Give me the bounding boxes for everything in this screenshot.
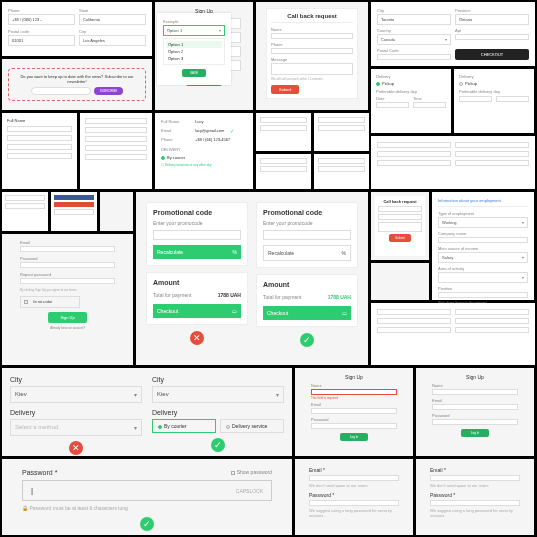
check-icon: ✓ — [230, 128, 234, 134]
newsletter-card: Do you want to keep up to date with the … — [2, 59, 152, 110]
mini-card-1 — [256, 113, 311, 151]
select-card: Example Option 1▾ Option 1 Option 2 Opti… — [157, 13, 231, 85]
eh-pw-2[interactable] — [430, 500, 520, 506]
select-box[interactable]: Option 1▾ — [163, 25, 225, 36]
error-icon-2: ✕ — [69, 441, 83, 455]
postal-in[interactable] — [377, 54, 451, 60]
emp-pos[interactable] — [438, 292, 528, 298]
country-sel[interactable]: Canada▾ — [377, 34, 451, 45]
apt-in[interactable] — [455, 34, 529, 40]
cb-name-input[interactable] — [271, 33, 353, 39]
promo-input-1[interactable] — [153, 230, 241, 240]
courier-option[interactable]: By courier — [152, 419, 216, 433]
wide-form — [371, 136, 535, 189]
mini-form — [80, 113, 152, 189]
tiny-card-1 — [2, 192, 48, 231]
email-hint-card-1: Email * We don't send spam to our users … — [295, 459, 413, 535]
cb-phone-input[interactable] — [271, 48, 353, 54]
phone-input[interactable]: +38 / (066) 123 - — [8, 14, 75, 25]
cb-submit-2[interactable]: Submit — [389, 234, 410, 242]
save-button[interactable]: SAVE — [182, 69, 206, 77]
date-in2[interactable] — [459, 96, 492, 102]
time-in2[interactable] — [496, 96, 529, 102]
sel-label: Example — [163, 19, 225, 24]
pw-label: Password * — [22, 469, 57, 476]
state-input[interactable]: California — [79, 14, 146, 25]
success-icon-2: ✓ — [211, 438, 225, 452]
promo-section: Promotional code Enter your promocode Re… — [136, 192, 368, 365]
checkout-btn-2[interactable]: Checkout▭ — [263, 306, 351, 320]
city-label: City — [79, 29, 146, 34]
mini-card-3 — [256, 154, 311, 189]
login-pw[interactable] — [20, 262, 115, 268]
checkout-btn[interactable]: CHECKOUT — [455, 49, 529, 60]
address-form-card: Phone+38 / (066) 123 - StateCalifornia P… — [2, 2, 152, 56]
city-input[interactable]: Los Angeles — [79, 35, 146, 46]
subscribe-btn[interactable]: SUBSCRIBE — [94, 87, 123, 95]
recalc-btn-1[interactable]: Recalculate% — [153, 245, 241, 259]
login-btn[interactable]: Log In — [340, 433, 368, 441]
delivery-select[interactable]: Select a method▾ — [10, 419, 142, 436]
emp-title: Information about your employment — [438, 198, 528, 207]
city-delivery-section: City Kiev▾ Delivery Select a method▾ ✕ C… — [2, 368, 292, 456]
email-hint-card-2: Email * We don't send spam to our users … — [416, 459, 534, 535]
contact-card: Full NameLucy Emaillucy@gmail.com✓ Phone… — [155, 113, 253, 189]
name-err-input[interactable] — [311, 389, 397, 395]
mini-signup: Full Name — [2, 113, 77, 189]
success-icon-3: ✓ — [140, 517, 154, 531]
callback-card: Call back request Name Phone Message We … — [256, 2, 368, 110]
signup-err-card: Sign Up Name This field is required Emai… — [295, 368, 413, 456]
postal-input[interactable]: 01001 — [8, 35, 75, 46]
option-1[interactable]: Option 1 — [166, 41, 222, 48]
news-email[interactable] — [31, 87, 91, 95]
wide-form-2 — [371, 303, 535, 365]
recalc-btn-2[interactable]: Recalculate% — [263, 245, 351, 261]
date-in[interactable] — [376, 102, 409, 108]
percent-icon: % — [233, 249, 237, 255]
emp-type-sel[interactable]: Working▾ — [438, 217, 528, 228]
cb-msg-input[interactable] — [271, 63, 353, 75]
radio-on-icon[interactable] — [376, 82, 380, 86]
card-icon: ▭ — [342, 310, 347, 316]
eh-pw-1[interactable] — [309, 500, 399, 506]
promo-input-2[interactable] — [263, 230, 351, 240]
state-label: State — [79, 8, 146, 13]
addr-card: CityToronto ProvinceOntario CountryCanad… — [371, 2, 535, 66]
callback-title: Call back request — [271, 13, 353, 23]
emp-subarea-sel[interactable]: ▾ — [438, 272, 528, 283]
service-option[interactable]: Delivery service — [220, 419, 284, 433]
checkout-btn-1[interactable]: Checkout▭ — [153, 304, 241, 318]
city-in[interactable]: Toronto — [377, 14, 451, 25]
emp-comp[interactable] — [438, 237, 528, 243]
signup-btn[interactable]: Sign Up — [48, 312, 86, 323]
time-in[interactable] — [413, 102, 446, 108]
login-email[interactable] — [20, 246, 115, 252]
radio-icon[interactable] — [161, 156, 165, 160]
success-icon: ✓ — [300, 333, 314, 347]
cb-submit[interactable]: Submit — [271, 85, 299, 94]
password-card: Password * Show password | CAPSLOCK 🔒 Pa… — [2, 459, 292, 535]
emp-area-sel[interactable]: Salary▾ — [438, 252, 528, 263]
eh-email-1[interactable] — [309, 475, 399, 481]
city-select-1[interactable]: Kiev▾ — [10, 386, 142, 403]
percent-icon: % — [342, 250, 346, 256]
checkbox-icon[interactable] — [24, 300, 28, 304]
callback-small: Call back request Submit — [371, 192, 429, 260]
card-icon: ▭ — [232, 308, 237, 314]
pw-input[interactable]: | CAPSLOCK — [22, 480, 272, 501]
eh-email-2[interactable] — [430, 475, 520, 481]
login-btn-2[interactable]: Log In — [461, 429, 489, 437]
login-pw2[interactable] — [20, 278, 115, 284]
error-icon: ✕ — [190, 331, 204, 345]
option-3[interactable]: Option 3 — [166, 55, 222, 62]
employment-card: Information about your employment Type o… — [432, 192, 534, 300]
login-card: Email Password Repeat password By clicki… — [2, 234, 133, 365]
show-pw[interactable]: Show password — [231, 469, 272, 476]
prov-in[interactable]: Ontario — [455, 14, 529, 25]
city-select-2[interactable]: Kiev▾ — [152, 386, 284, 403]
delivery-card-b: Delivery Pickup Preferable delivery day — [454, 69, 534, 133]
blank-grey — [371, 263, 429, 300]
option-2[interactable]: Option 2 — [166, 48, 222, 55]
mini-card-4 — [314, 154, 369, 189]
radio-icon[interactable] — [459, 82, 463, 86]
